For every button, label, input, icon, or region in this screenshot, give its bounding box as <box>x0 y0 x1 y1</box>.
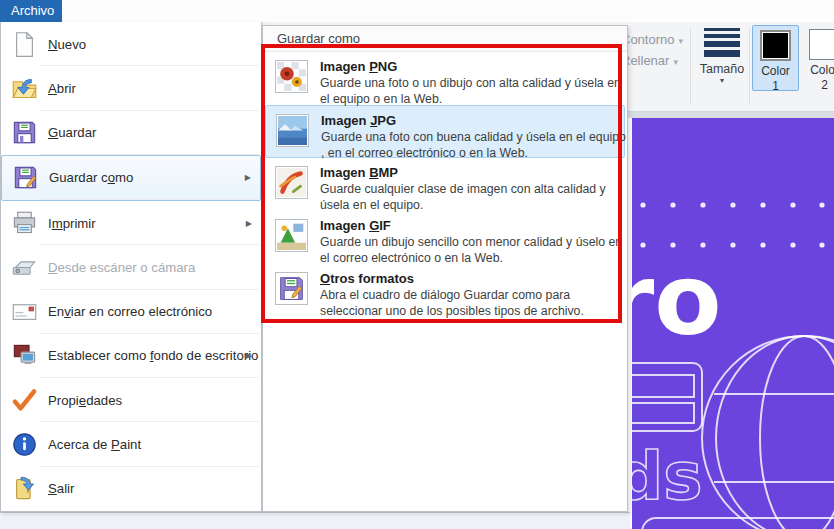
ribbon-separator <box>690 28 691 104</box>
color1-swatch <box>760 30 791 61</box>
annotation-rectangle <box>261 44 622 323</box>
submenu-arrow-icon: ▶ <box>246 351 252 360</box>
dot-pattern <box>640 202 824 247</box>
canvas-outline-text: ds <box>632 438 703 515</box>
canvas-big-text: ro <box>632 243 722 357</box>
credit-card-outline <box>632 363 702 431</box>
menu-item-imprimir[interactable]: Imprimir ▶ <box>1 201 261 245</box>
outline-label: Contorno <box>621 32 674 47</box>
size-label: Tamaño <box>696 62 748 76</box>
menu-item-label: Enviar en correo electrónico <box>48 304 212 319</box>
menu-item-nuevo[interactable]: Nuevo <box>1 22 261 66</box>
chevron-down-icon: ▾ <box>696 76 748 85</box>
rounded-rect-outline <box>642 518 834 529</box>
size-button[interactable]: Tamaño ▾ <box>696 26 748 85</box>
checkmark-icon <box>11 387 38 414</box>
color1-label: Color1 <box>753 64 798 94</box>
color2-swatch <box>809 29 834 60</box>
line-weight-icon <box>704 28 740 57</box>
menu-item-label: Nuevo <box>48 37 86 52</box>
open-folder-icon <box>11 75 38 102</box>
menu-item-label: Guardar <box>48 125 96 140</box>
menu-item-guardar-como[interactable]: Guardar como ▶ <box>1 155 261 201</box>
menu-item-abrir[interactable]: Abrir <box>1 66 261 110</box>
info-icon <box>11 431 38 458</box>
ribbon-separator <box>749 28 750 104</box>
menu-item-salir[interactable]: Salir <box>1 467 261 511</box>
menu-item-propiedades[interactable]: Propiedades <box>1 378 261 422</box>
paint-window: Archivo Contorno▾ Rellenar▾ Tamaño ▾ Col… <box>0 0 834 529</box>
color1-button[interactable]: Color1 <box>752 25 799 91</box>
menu-item-enviar-correo[interactable]: Enviar en correo electrónico <box>1 290 261 334</box>
menu-item-label: Propiedades <box>48 393 122 408</box>
menu-item-label: Acerca de Paint <box>48 437 141 452</box>
menu-item-acerca-de[interactable]: Acerca de Paint <box>1 422 261 466</box>
file-menu: Nuevo Abrir Guardar Guardar como ▶ <box>0 22 262 512</box>
exit-icon <box>11 475 38 502</box>
save-as-icon <box>12 164 39 191</box>
printer-icon <box>11 210 38 237</box>
canvas-artwork: ro ds <box>632 118 834 529</box>
color2-label: Color2 <box>801 63 834 93</box>
menu-item-label: Desde escáner o cámara <box>48 260 195 275</box>
email-icon <box>11 298 38 325</box>
menu-item-label: Abrir <box>48 81 76 96</box>
fill-dropdown[interactable]: Rellenar▾ <box>621 53 678 68</box>
tab-archivo[interactable]: Archivo <box>0 0 62 22</box>
menu-item-guardar[interactable]: Guardar <box>1 111 261 155</box>
menu-item-desde-escaner: Desde escáner o cámara <box>1 245 261 289</box>
globe-outline-icon <box>702 336 834 529</box>
fill-label: Rellenar <box>621 53 669 68</box>
desktop-background-icon <box>11 342 38 369</box>
menu-item-label: Establecer como fondo de escritorio <box>48 348 258 363</box>
tab-row: Archivo <box>0 0 834 22</box>
menu-item-fondo-escritorio[interactable]: Establecer como fondo de escritorio ▶ <box>1 334 261 378</box>
chevron-down-icon: ▾ <box>673 57 678 67</box>
color2-button[interactable]: Color2 <box>801 25 834 91</box>
submenu-arrow-icon: ▶ <box>246 219 252 228</box>
save-icon <box>11 119 38 146</box>
drawing-canvas[interactable]: ro ds <box>632 118 834 529</box>
chevron-down-icon: ▾ <box>678 36 683 46</box>
submenu-arrow-icon: ▶ <box>245 173 251 182</box>
new-document-icon <box>11 31 38 58</box>
menu-item-label: Salir <box>48 481 74 496</box>
outline-dropdown[interactable]: Contorno▾ <box>621 32 683 47</box>
menu-item-label: Guardar como <box>49 170 133 185</box>
scanner-icon <box>11 254 38 281</box>
menu-item-label: Imprimir <box>48 216 96 231</box>
menu-bottom-strip <box>0 512 630 529</box>
